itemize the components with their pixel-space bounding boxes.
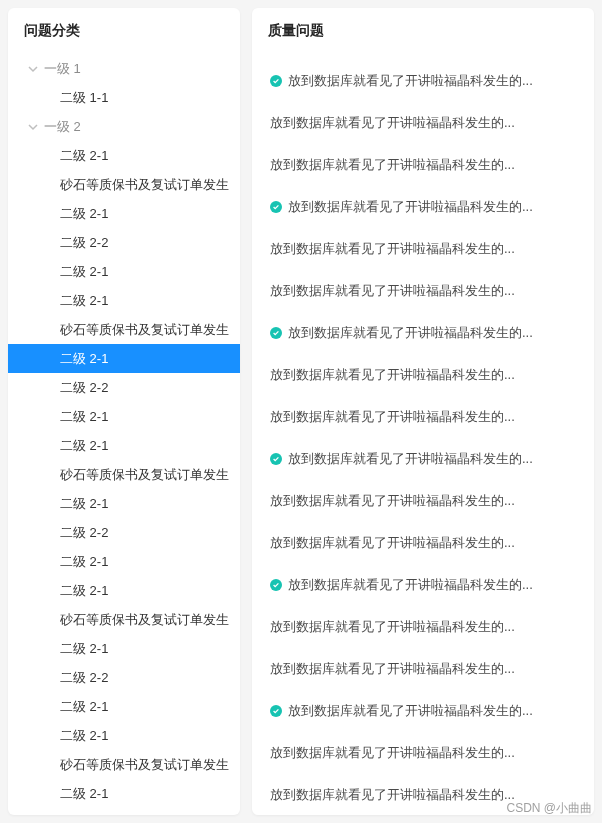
list-item[interactable]: 放到数据库就看见了开讲啦福晶科发生的... — [252, 102, 594, 144]
tree-node-label: 砂石等质保书及复试订单发生 — [60, 176, 229, 194]
list-item[interactable]: 放到数据库就看见了开讲啦福晶科发生的... — [252, 480, 594, 522]
tree-node[interactable]: 二级 2-2 — [8, 373, 240, 402]
tree-node-label: 砂石等质保书及复试订单发生 — [60, 466, 229, 484]
tree-node[interactable]: 二级 2-2 — [8, 228, 240, 257]
list-item-text: 放到数据库就看见了开讲啦福晶科发生的... — [270, 660, 515, 678]
tree-node-label: 一级 1 — [44, 60, 81, 78]
tree-node-label: 二级 2-1 — [60, 582, 108, 600]
list-item[interactable]: 放到数据库就看见了开讲啦福晶科发生的... — [252, 270, 594, 312]
tree-node-label: 二级 2-2 — [60, 234, 108, 252]
check-circle-icon — [270, 579, 282, 591]
tree-node-label: 二级 2-1 — [60, 147, 108, 165]
tree-node-label: 二级 2-1 — [60, 437, 108, 455]
list-item-text: 放到数据库就看见了开讲啦福晶科发生的... — [288, 198, 533, 216]
list-item-text: 放到数据库就看见了开讲啦福晶科发生的... — [270, 282, 515, 300]
tree-node[interactable]: 砂石等质保书及复试订单发生 — [8, 460, 240, 489]
list-item-text: 放到数据库就看见了开讲啦福晶科发生的... — [288, 324, 533, 342]
tree-node-label: 二级 2-2 — [60, 379, 108, 397]
tree-node[interactable]: 砂石等质保书及复试订单发生 — [8, 315, 240, 344]
category-tree[interactable]: 一级 1二级 1-1一级 2二级 2-1砂石等质保书及复试订单发生二级 2-1二… — [8, 54, 240, 815]
tree-node[interactable]: 一级 1 — [8, 54, 240, 83]
list-item[interactable]: 放到数据库就看见了开讲啦福晶科发生的... — [252, 564, 594, 606]
tree-node-label: 一级 2 — [44, 118, 81, 136]
check-circle-icon — [270, 201, 282, 213]
category-panel-title: 问题分类 — [8, 8, 240, 54]
tree-node-label: 二级 2-1 — [60, 350, 108, 368]
list-item[interactable]: 放到数据库就看见了开讲啦福晶科发生的... — [252, 396, 594, 438]
tree-node[interactable]: 二级 2-2 — [8, 663, 240, 692]
list-item-text: 放到数据库就看见了开讲啦福晶科发生的... — [288, 576, 533, 594]
list-item[interactable]: 放到数据库就看见了开讲啦福晶科发生的... — [252, 522, 594, 564]
tree-node-label: 二级 2-1 — [60, 727, 108, 745]
tree-node-label: 二级 2-2 — [60, 814, 108, 816]
tree-node[interactable]: 一级 2 — [8, 112, 240, 141]
list-item-text: 放到数据库就看见了开讲啦福晶科发生的... — [288, 72, 533, 90]
list-item[interactable]: 放到数据库就看见了开讲啦福晶科发生的... — [252, 690, 594, 732]
issue-panel-title: 质量问题 — [252, 8, 594, 54]
list-item-text: 放到数据库就看见了开讲啦福晶科发生的... — [270, 786, 515, 804]
tree-node[interactable]: 二级 2-1 — [8, 721, 240, 750]
tree-node[interactable]: 二级 2-1 — [8, 431, 240, 460]
list-item-text: 放到数据库就看见了开讲啦福晶科发生的... — [270, 366, 515, 384]
caret-down-icon[interactable] — [24, 60, 42, 78]
tree-node-label: 二级 2-1 — [60, 495, 108, 513]
tree-node-label: 二级 2-2 — [60, 669, 108, 687]
tree-node[interactable]: 二级 2-1 — [8, 402, 240, 431]
list-item[interactable]: 放到数据库就看见了开讲啦福晶科发生的... — [252, 312, 594, 354]
tree-node[interactable]: 二级 2-2 — [8, 808, 240, 815]
tree-node-label: 二级 2-1 — [60, 698, 108, 716]
tree-node[interactable]: 二级 2-1 — [8, 199, 240, 228]
check-circle-icon — [270, 75, 282, 87]
tree-node[interactable]: 砂石等质保书及复试订单发生 — [8, 750, 240, 779]
tree-node-label: 砂石等质保书及复试订单发生 — [60, 756, 229, 774]
tree-node-label: 二级 2-1 — [60, 640, 108, 658]
caret-down-icon[interactable] — [24, 118, 42, 136]
tree-node[interactable]: 二级 2-1 — [8, 692, 240, 721]
issue-list[interactable]: 放到数据库就看见了开讲啦福晶科发生的...放到数据库就看见了开讲啦福晶科发生的.… — [252, 54, 594, 815]
tree-node[interactable]: 二级 2-1 — [8, 576, 240, 605]
list-item[interactable]: 放到数据库就看见了开讲啦福晶科发生的... — [252, 228, 594, 270]
tree-node-label: 二级 2-1 — [60, 553, 108, 571]
check-circle-icon — [270, 327, 282, 339]
list-item[interactable]: 放到数据库就看见了开讲啦福晶科发生的... — [252, 732, 594, 774]
list-item[interactable]: 放到数据库就看见了开讲啦福晶科发生的... — [252, 606, 594, 648]
tree-node[interactable]: 二级 2-2 — [8, 518, 240, 547]
check-circle-icon — [270, 453, 282, 465]
list-item-text: 放到数据库就看见了开讲啦福晶科发生的... — [270, 618, 515, 636]
list-item-text: 放到数据库就看见了开讲啦福晶科发生的... — [270, 408, 515, 426]
list-item[interactable]: 放到数据库就看见了开讲啦福晶科发生的... — [252, 438, 594, 480]
list-item[interactable]: 放到数据库就看见了开讲啦福晶科发生的... — [252, 774, 594, 815]
list-item[interactable]: 放到数据库就看见了开讲啦福晶科发生的... — [252, 354, 594, 396]
list-item-text: 放到数据库就看见了开讲啦福晶科发生的... — [270, 240, 515, 258]
tree-node-label: 二级 2-1 — [60, 408, 108, 426]
list-item-text: 放到数据库就看见了开讲啦福晶科发生的... — [288, 450, 533, 468]
tree-node[interactable]: 砂石等质保书及复试订单发生 — [8, 170, 240, 199]
tree-node-label: 砂石等质保书及复试订单发生 — [60, 321, 229, 339]
tree-node[interactable]: 二级 2-1 — [8, 779, 240, 808]
tree-node-label: 二级 2-2 — [60, 524, 108, 542]
tree-node[interactable]: 二级 2-1 — [8, 286, 240, 315]
tree-node[interactable]: 砂石等质保书及复试订单发生 — [8, 605, 240, 634]
list-item-text: 放到数据库就看见了开讲啦福晶科发生的... — [270, 744, 515, 762]
tree-node-label: 二级 2-1 — [60, 205, 108, 223]
tree-node[interactable]: 二级 1-1 — [8, 83, 240, 112]
tree-node-label: 二级 1-1 — [60, 89, 108, 107]
list-item-text: 放到数据库就看见了开讲啦福晶科发生的... — [270, 156, 515, 174]
list-item[interactable]: 放到数据库就看见了开讲啦福晶科发生的... — [252, 186, 594, 228]
tree-node[interactable]: 二级 2-1 — [8, 634, 240, 663]
list-item[interactable]: 放到数据库就看见了开讲啦福晶科发生的... — [252, 60, 594, 102]
tree-node[interactable]: 二级 2-1 — [8, 547, 240, 576]
list-item-text: 放到数据库就看见了开讲啦福晶科发生的... — [270, 492, 515, 510]
list-item-text: 放到数据库就看见了开讲啦福晶科发生的... — [288, 702, 533, 720]
tree-node[interactable]: 二级 2-1 — [8, 141, 240, 170]
check-circle-icon — [270, 705, 282, 717]
tree-node[interactable]: 二级 2-1 — [8, 257, 240, 286]
list-item-text: 放到数据库就看见了开讲啦福晶科发生的... — [270, 534, 515, 552]
tree-node[interactable]: 二级 2-1 — [8, 489, 240, 518]
tree-node-label: 二级 2-1 — [60, 263, 108, 281]
tree-node-label: 砂石等质保书及复试订单发生 — [60, 611, 229, 629]
tree-node-label: 二级 2-1 — [60, 292, 108, 310]
list-item[interactable]: 放到数据库就看见了开讲啦福晶科发生的... — [252, 144, 594, 186]
list-item[interactable]: 放到数据库就看见了开讲啦福晶科发生的... — [252, 648, 594, 690]
tree-node[interactable]: 二级 2-1 — [8, 344, 240, 373]
